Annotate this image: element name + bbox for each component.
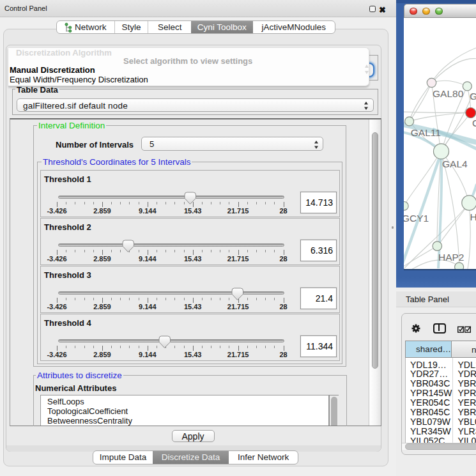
svg-text:H: H bbox=[470, 211, 476, 222]
svg-text:GCY1: GCY1 bbox=[404, 213, 429, 224]
svg-text:HAP2: HAP2 bbox=[438, 252, 464, 263]
svg-text:GAL80: GAL80 bbox=[433, 88, 464, 99]
svg-text:GAL11: GAL11 bbox=[411, 127, 441, 138]
svg-text:GA: GA bbox=[470, 91, 476, 102]
svg-text:GAL4: GAL4 bbox=[442, 158, 468, 169]
svg-text:C: C bbox=[472, 118, 476, 128]
